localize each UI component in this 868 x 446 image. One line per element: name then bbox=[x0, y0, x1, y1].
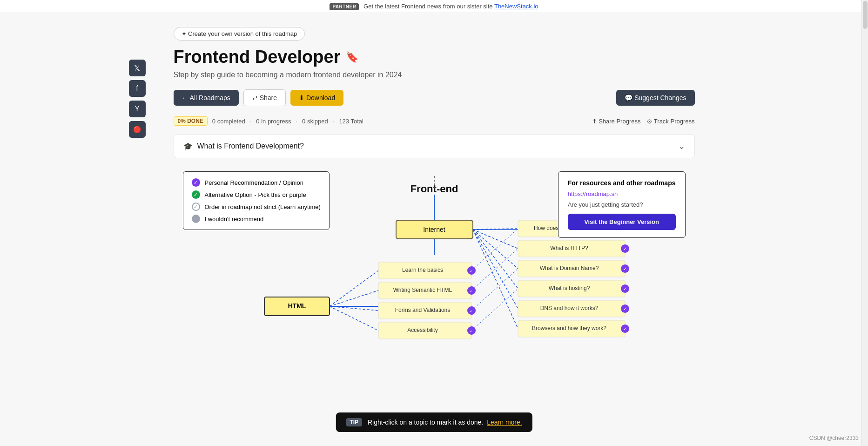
track-progress-button[interactable]: ⊙ Track Progress bbox=[647, 118, 694, 125]
svg-text:What is Domain Name?: What is Domain Name? bbox=[539, 265, 599, 271]
svg-text:✓: ✓ bbox=[623, 306, 627, 311]
svg-line-37 bbox=[471, 229, 518, 270]
page-title-row: Frontend Developer 🔖 bbox=[174, 47, 695, 67]
scrollbar[interactable] bbox=[861, 0, 868, 401]
legend-dot-gray-filled bbox=[192, 215, 200, 223]
resources-subtitle: Are you just getting started? bbox=[568, 201, 676, 208]
svg-text:Forms and Validations: Forms and Validations bbox=[395, 307, 450, 313]
svg-line-33 bbox=[330, 270, 378, 306]
svg-line-35 bbox=[330, 306, 378, 311]
svg-line-18 bbox=[473, 230, 518, 269]
share-button[interactable]: ⇄ Share bbox=[243, 89, 286, 106]
page-subtitle: Step by step guide to becoming a modern … bbox=[174, 71, 695, 79]
toolbar: ← All Roadmaps ⇄ Share ⬇ Download 💬 Sugg… bbox=[174, 89, 695, 106]
svg-line-36 bbox=[330, 306, 378, 331]
main-content: 𝕏 f Y 🔴 ✦ Create your own version of thi… bbox=[155, 13, 713, 401]
scrollbar-thumb[interactable] bbox=[863, 1, 868, 29]
partner-badge: PARTNER bbox=[330, 3, 359, 10]
download-button[interactable]: ⬇ Download bbox=[290, 90, 343, 106]
resources-title: For resources and other roadmaps bbox=[568, 179, 676, 187]
bookmark-icon[interactable]: 🔖 bbox=[346, 51, 358, 63]
beginner-version-button[interactable]: Visit the Beginner Version bbox=[568, 214, 676, 230]
progress-in-progress: 0 in progress bbox=[256, 118, 291, 125]
suggest-changes-button[interactable]: 💬 Suggest Changes bbox=[616, 90, 694, 106]
facebook-btn[interactable]: f bbox=[129, 80, 146, 97]
svg-text:Browsers and how they work?: Browsers and how they work? bbox=[532, 325, 606, 331]
svg-text:✓: ✓ bbox=[470, 308, 473, 313]
all-roadmaps-button[interactable]: ← All Roadmaps bbox=[174, 90, 239, 106]
reddit-btn[interactable]: 🔴 bbox=[129, 121, 146, 138]
page-title: Frontend Developer bbox=[174, 47, 341, 67]
resources-link[interactable]: https://roadmap.sh bbox=[568, 190, 676, 197]
done-badge: 0% DONE bbox=[174, 116, 208, 126]
section-header[interactable]: 🎓 What is Frontend Development? ⌄ bbox=[174, 134, 695, 158]
svg-line-39 bbox=[471, 269, 518, 311]
twitter-btn[interactable]: 𝕏 bbox=[129, 60, 146, 76]
svg-text:Internet: Internet bbox=[423, 226, 445, 233]
legend-dot-gray-outline: ✓ bbox=[192, 203, 200, 211]
progress-total: 123 Total bbox=[339, 118, 363, 125]
svg-line-17 bbox=[473, 230, 518, 249]
svg-text:✓: ✓ bbox=[470, 288, 473, 293]
banner-link[interactable]: TheNewStack.io bbox=[494, 3, 538, 10]
resources-box: For resources and other roadmaps https:/… bbox=[558, 171, 686, 238]
legend-dot-purple: ✓ bbox=[192, 178, 200, 187]
svg-text:✓: ✓ bbox=[623, 246, 627, 251]
banner-text: Get the latest Frontend news from our si… bbox=[363, 3, 492, 10]
svg-text:Accessibility: Accessibility bbox=[407, 327, 437, 333]
legend-dot-green: ✓ bbox=[192, 190, 200, 199]
progress-skipped: 0 skipped bbox=[302, 118, 328, 125]
svg-text:DNS and how it works?: DNS and how it works? bbox=[540, 305, 598, 311]
legend-item-gray-filled: I wouldn't recommend bbox=[192, 215, 321, 223]
svg-line-21 bbox=[473, 230, 518, 329]
section-title: What is Frontend Development? bbox=[197, 142, 304, 150]
progress-actions: ⬆ Share Progress ⊙ Track Progress bbox=[592, 118, 695, 125]
svg-line-40 bbox=[471, 289, 518, 331]
legend-item-gray-outline: ✓ Order in roadmap not strict (Learn any… bbox=[192, 203, 321, 211]
top-banner: PARTNER Get the latest Frontend news fro… bbox=[0, 0, 868, 13]
svg-line-38 bbox=[471, 249, 518, 291]
svg-text:Learn the basics: Learn the basics bbox=[402, 267, 443, 273]
social-sidebar: 𝕏 f Y 🔴 bbox=[129, 60, 146, 138]
chevron-down-icon: ⌄ bbox=[678, 141, 685, 151]
share-progress-button[interactable]: ⬆ Share Progress bbox=[592, 118, 641, 125]
svg-text:Writing Semantic HTML: Writing Semantic HTML bbox=[393, 287, 452, 293]
svg-text:What is HTTP?: What is HTTP? bbox=[550, 245, 588, 251]
progress-bar: 0% DONE 0 completed · 0 in progress · 0 … bbox=[174, 116, 695, 126]
svg-text:✓: ✓ bbox=[623, 266, 627, 271]
svg-text:✓: ✓ bbox=[623, 326, 627, 331]
roadmap-canvas: ✓ Personal Recommendation / Opinion ✓ Al… bbox=[174, 167, 695, 392]
svg-text:✓: ✓ bbox=[623, 286, 627, 291]
legend-item-green: ✓ Alternative Option - Pick this or purp… bbox=[192, 190, 321, 199]
svg-line-20 bbox=[473, 230, 518, 309]
progress-completed: 0 completed bbox=[212, 118, 245, 125]
section-icon: 🎓 bbox=[183, 142, 193, 151]
create-version-button[interactable]: ✦ Create your own version of this roadma… bbox=[174, 27, 305, 41]
hn-btn[interactable]: Y bbox=[129, 101, 146, 117]
legend-box: ✓ Personal Recommendation / Opinion ✓ Al… bbox=[183, 171, 330, 230]
legend-item-purple: ✓ Personal Recommendation / Opinion bbox=[192, 178, 321, 187]
svg-text:✓: ✓ bbox=[470, 328, 473, 333]
svg-text:HTML: HTML bbox=[288, 302, 306, 310]
svg-text:What is hosting?: What is hosting? bbox=[548, 285, 590, 291]
svg-line-34 bbox=[330, 291, 378, 306]
svg-text:✓: ✓ bbox=[470, 268, 473, 273]
